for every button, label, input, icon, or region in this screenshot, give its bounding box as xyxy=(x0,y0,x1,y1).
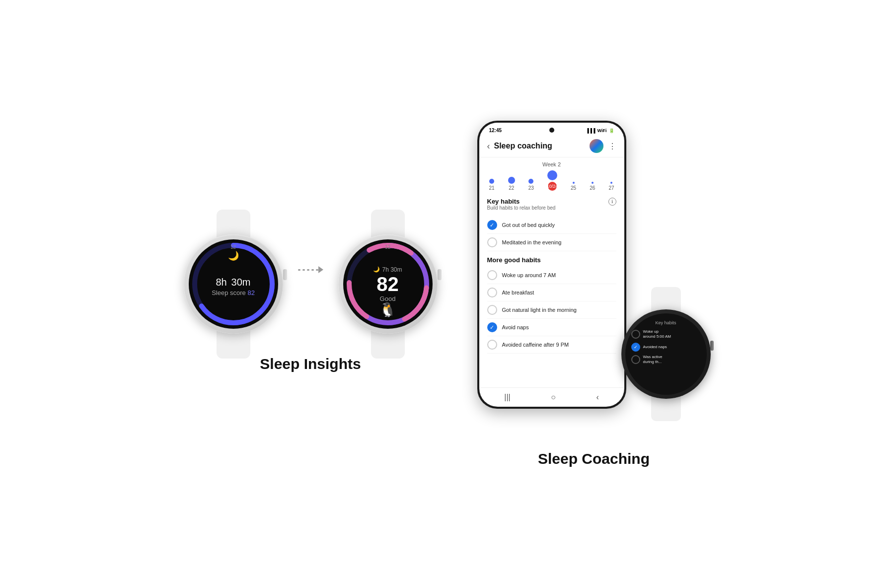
app-header-icons: ⋮ xyxy=(590,139,616,153)
watch1-body: 12 🌙 8h 30m Sleep score 82 xyxy=(184,234,283,334)
sleep-coaching-section: 12:45 ▐▐▐ WiFi 🔋 ‹ Sleep coachin xyxy=(477,121,711,467)
day-22[interactable]: 22 xyxy=(508,177,515,191)
watch1-score-label: Sleep score 82 xyxy=(212,289,255,296)
arrow-dots xyxy=(298,269,318,271)
phone-inner: 12:45 ▐▐▐ WiFi 🔋 ‹ Sleep coachin xyxy=(479,123,624,407)
phone-nav: ||| ○ ‹ xyxy=(479,387,624,407)
day-1024[interactable]: 10/24 xyxy=(547,170,557,191)
watch1-hours: 8 xyxy=(216,277,221,288)
habit-check-naps xyxy=(487,322,497,332)
habit-ate-breakfast[interactable]: Ate breakfast xyxy=(487,284,616,301)
phone-mockup: 12:45 ▐▐▐ WiFi 🔋 ‹ Sleep coachin xyxy=(477,121,626,409)
watch2-screen: 12 🌙 7h 30m 82 Good 🐧 xyxy=(343,239,433,329)
cwatch-check-2 xyxy=(631,343,640,352)
watches-row: As-Is 12 🌙 xyxy=(184,216,438,334)
habit-text-2: Meditated in the evening xyxy=(502,239,562,245)
watch1-score-value: 82 xyxy=(247,289,254,296)
penguin-icon: 🐧 xyxy=(379,301,396,318)
watch2-time-small: 🌙 7h 30m xyxy=(373,266,402,273)
main-container: As-Is 12 🌙 xyxy=(0,101,894,487)
arrow-dot-4 xyxy=(311,269,314,271)
habit-check-breakfast xyxy=(487,288,497,297)
cwatch-screen: Key habits Woke uparound 5:00 AM Avoided… xyxy=(625,313,707,395)
cwatch-check-1 xyxy=(631,330,640,339)
habit-avoid-naps[interactable]: Avoid naps xyxy=(487,319,616,336)
habit-caffeine[interactable]: Avoided caffeine after 9 PM xyxy=(487,336,616,354)
day-22-dot xyxy=(508,177,515,184)
day-23-dot xyxy=(528,179,533,184)
habit-meditated[interactable]: Meditated in the evening xyxy=(487,234,616,251)
habit-check-woke xyxy=(487,270,497,280)
sleep-insights-section: As-Is 12 🌙 xyxy=(184,216,438,372)
day-26-dot xyxy=(592,182,594,184)
day-25[interactable]: 25 xyxy=(571,182,576,191)
watch2-time-value: 7h 30m xyxy=(382,266,402,273)
samsung-health-logo xyxy=(590,139,603,153)
signal-icon: ▐▐▐ xyxy=(586,128,595,133)
habit-text-1: Got out of bed quickly xyxy=(502,222,555,228)
nav-back-icon[interactable]: ‹ xyxy=(596,393,598,402)
day-25-num: 25 xyxy=(571,185,576,191)
app-header: ‹ Sleep coaching ⋮ xyxy=(479,135,624,157)
habit-check-caffeine xyxy=(487,340,497,350)
habit-text-caffeine: Avoided caffeine after 9 PM xyxy=(502,342,569,348)
watch2-score-big: 82 xyxy=(376,274,399,294)
day-27-dot xyxy=(610,182,612,184)
day-27-num: 27 xyxy=(608,185,614,191)
arrow-dot-1 xyxy=(298,269,300,271)
day-21-num: 21 xyxy=(489,185,495,191)
day-26[interactable]: 26 xyxy=(590,182,595,191)
status-time: 12:45 xyxy=(489,128,502,133)
week-selector: Week 2 21 22 xyxy=(479,157,624,193)
cwatch-text-3: Was activeduring th... xyxy=(643,355,663,365)
watch1-minutes: 30 xyxy=(231,277,242,288)
watch1-screen: 12 🌙 8h 30m Sleep score 82 xyxy=(189,239,278,329)
watch2-twelve: 12 xyxy=(385,244,390,250)
coaching-watch-body: Key habits Woke uparound 5:00 AM Avoided… xyxy=(621,309,711,399)
arrow-head xyxy=(318,266,323,273)
arrow-dot-2 xyxy=(302,269,305,271)
day-row: 21 22 23 xyxy=(487,170,616,191)
watch1-m-unit: m xyxy=(242,277,251,288)
watch-group-tobe: To-Be 12 xyxy=(338,216,438,334)
day-26-num: 26 xyxy=(590,185,595,191)
cwatch-habit-1: Woke uparound 5:00 AM xyxy=(631,329,701,340)
cwatch-check-3 xyxy=(631,355,640,364)
more-options-icon[interactable]: ⋮ xyxy=(608,142,616,151)
habit-got-out-of-bed[interactable]: Got out of bed quickly xyxy=(487,217,616,234)
key-habits-info: Key habits Build habits to relax before … xyxy=(487,198,556,215)
watch1-time: 8h 30m xyxy=(216,272,250,288)
day-27[interactable]: 27 xyxy=(608,182,614,191)
sleep-insights-title: Sleep Insights xyxy=(260,356,361,372)
back-button[interactable]: ‹ xyxy=(487,141,490,151)
arrow-container xyxy=(298,266,323,283)
nav-menu-icon[interactable]: ||| xyxy=(504,393,510,402)
habit-check-2 xyxy=(487,237,497,247)
arrow-dot-3 xyxy=(307,269,309,271)
watch1-score-text: Sleep score xyxy=(212,289,246,296)
info-icon[interactable]: ℹ xyxy=(608,198,616,206)
watch2-crown xyxy=(438,269,442,280)
habit-text-naps: Avoid naps xyxy=(502,324,529,330)
app-body: Key habits Build habits to relax before … xyxy=(479,193,624,387)
habit-woke-up[interactable]: Woke up around 7 AM xyxy=(487,267,616,284)
day-23[interactable]: 23 xyxy=(528,179,534,191)
day-1024-num: 10/24 xyxy=(548,182,557,191)
more-habits-title: More good habits xyxy=(487,256,616,264)
nav-home-icon[interactable]: ○ xyxy=(551,393,556,402)
watch1-content: 8h 30m Sleep score 82 xyxy=(212,272,255,296)
cwatch-text-1: Woke uparound 5:00 AM xyxy=(643,329,671,340)
key-habits-header: Key habits Build habits to relax before … xyxy=(487,198,616,215)
day-1024-dot xyxy=(547,170,557,180)
habit-text-light: Got natural light in the morning xyxy=(502,307,577,313)
watch1-twelve: 12 xyxy=(230,244,236,250)
watch-group-asis: As-Is 12 🌙 xyxy=(184,216,283,334)
habit-check-light xyxy=(487,305,497,315)
day-21[interactable]: 21 xyxy=(489,179,495,191)
battery-icon: 🔋 xyxy=(609,128,614,133)
watch2-content: 🌙 7h 30m 82 Good xyxy=(373,266,402,302)
habit-natural-light[interactable]: Got natural light in the morning xyxy=(487,301,616,319)
sleep-coaching-title: Sleep Coaching xyxy=(538,450,650,467)
coaching-visuals: 12:45 ▐▐▐ WiFi 🔋 ‹ Sleep coachin xyxy=(477,121,711,429)
coaching-watch-container: Key habits Woke uparound 5:00 AM Avoided… xyxy=(621,309,711,399)
